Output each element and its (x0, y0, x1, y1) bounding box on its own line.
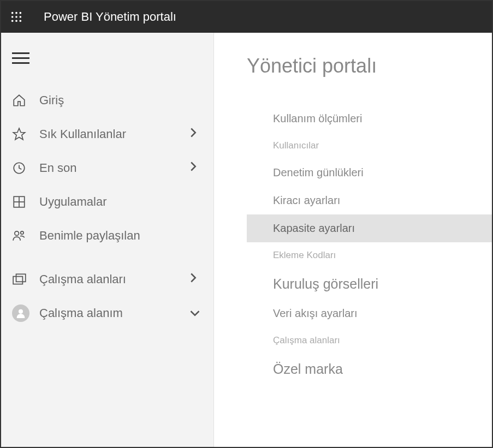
admin-item-embed-codes[interactable]: Ekleme Kodları (247, 242, 492, 268)
chevron-right-icon (189, 127, 203, 141)
sidebar-item-label: Giriş (39, 93, 203, 107)
admin-item-custom-brand[interactable]: Özel marka (247, 354, 492, 385)
admin-item-dataflow[interactable]: Veri akışı ayarları (247, 300, 492, 327)
svg-rect-16 (16, 274, 26, 282)
admin-item-audit-logs[interactable]: Denetim günlükleri (247, 159, 492, 187)
svg-point-3 (11, 16, 14, 18)
sidebar-item-label: Uygulamalar (39, 195, 203, 209)
svg-point-2 (20, 12, 22, 14)
sidebar-item-workspaces[interactable]: Çalışma alanları (1, 262, 213, 296)
svg-rect-15 (13, 277, 22, 284)
admin-item-users[interactable]: Kullanıcılar (247, 133, 492, 159)
avatar-icon (12, 305, 34, 321)
star-icon (12, 126, 34, 142)
svg-point-1 (15, 12, 17, 14)
main-content: Yönetici portalı Kullanım ölçümleri Kull… (214, 33, 492, 447)
svg-point-14 (21, 231, 23, 234)
svg-point-0 (11, 12, 14, 14)
chevron-down-icon (189, 306, 203, 320)
admin-menu: Kullanım ölçümleri Kullanıcılar Denetim … (273, 105, 492, 385)
svg-point-13 (15, 231, 19, 236)
admin-item-tenant-settings[interactable]: Kiracı ayarları (247, 187, 492, 214)
hamburger-icon[interactable] (1, 52, 213, 83)
sidebar-item-recent[interactable]: En son (1, 151, 213, 185)
chevron-right-icon (189, 161, 203, 175)
sidebar-item-label: Çalışma alanım (39, 306, 189, 320)
workspaces-icon (12, 271, 34, 288)
svg-point-7 (15, 20, 17, 22)
svg-point-4 (15, 16, 17, 18)
app-title: Power BI Yönetim portalı (44, 10, 176, 24)
svg-point-6 (11, 20, 14, 22)
clock-icon (12, 160, 34, 176)
home-icon (12, 92, 34, 109)
admin-item-workspaces[interactable]: Çalışma alanları (247, 327, 492, 354)
sidebar-item-label: En son (39, 161, 189, 175)
svg-point-5 (20, 16, 22, 18)
svg-point-17 (19, 309, 23, 313)
sidebar-item-apps[interactable]: Uygulamalar (1, 185, 213, 219)
shared-icon (12, 228, 34, 244)
sidebar-item-home[interactable]: Giriş (1, 83, 213, 117)
admin-item-org-visuals[interactable]: Kuruluş görselleri (247, 268, 492, 300)
page-title: Yönetici portalı (247, 55, 492, 77)
top-bar: Power BI Yönetim portalı (1, 1, 492, 33)
svg-point-8 (20, 20, 22, 22)
sidebar-item-label: Sık Kullanılanlar (39, 127, 189, 141)
app-launcher-icon[interactable] (5, 6, 27, 28)
sidebar-item-shared[interactable]: Benimle paylaşılan (1, 219, 213, 253)
admin-item-usage-metrics[interactable]: Kullanım ölçümleri (247, 105, 492, 133)
admin-item-capacity[interactable]: Kapasite ayarları (247, 214, 492, 242)
sidebar-item-my-workspace[interactable]: Çalışma alanım (1, 296, 213, 330)
sidebar-item-label: Çalışma alanları (39, 272, 189, 286)
sidebar-item-favorites[interactable]: Sık Kullanılanlar (1, 117, 213, 151)
apps-icon (12, 194, 34, 210)
chevron-right-icon (189, 272, 203, 286)
sidebar: Giriş Sık Kullanılanlar En son (1, 33, 214, 447)
sidebar-item-label: Benimle paylaşılan (39, 229, 203, 243)
